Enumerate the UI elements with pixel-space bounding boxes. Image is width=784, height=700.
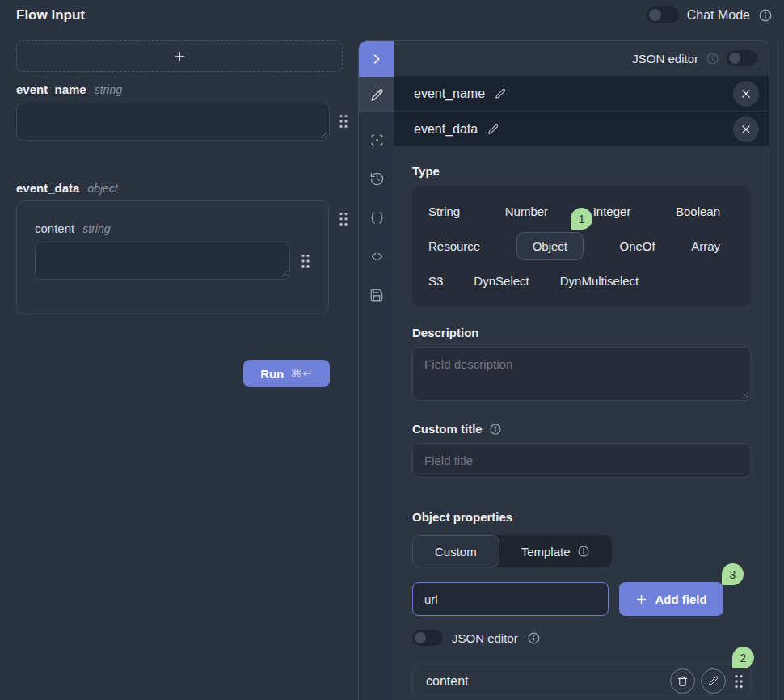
plus-icon xyxy=(635,593,647,605)
new-field-name-input[interactable] xyxy=(412,582,609,616)
schema-row-event-data[interactable]: event_data xyxy=(394,111,769,146)
object-properties-tabs: Custom Template xyxy=(412,535,612,567)
custom-title-input[interactable] xyxy=(412,443,751,478)
type-row: Resource Object 1 OneOf Array xyxy=(428,232,735,260)
close-icon xyxy=(740,124,752,135)
json-editor-label: JSON editor xyxy=(632,52,698,65)
drag-handle-icon[interactable] xyxy=(339,212,348,226)
field-name: event_name xyxy=(16,82,86,96)
save-icon xyxy=(369,288,384,302)
field-label-event-name: event_name string xyxy=(16,82,122,96)
info-icon[interactable] xyxy=(706,52,719,65)
info-icon xyxy=(577,545,590,558)
custom-title-text: Custom title xyxy=(412,422,483,436)
field-editor-panel: JSON editor event_name event_data xyxy=(358,40,769,700)
field-type: object xyxy=(87,182,117,195)
chat-mode-toggle[interactable] xyxy=(647,6,679,23)
info-icon[interactable] xyxy=(758,8,773,23)
edit-tool-button[interactable] xyxy=(359,77,394,112)
type-chip-dynselect[interactable]: DynSelect xyxy=(474,268,529,294)
type-chip-resource[interactable]: Resource xyxy=(428,233,480,259)
description-label: Description xyxy=(412,326,751,339)
content-textarea[interactable] xyxy=(35,242,290,280)
field-type: string xyxy=(95,83,122,96)
scrollbar-track[interactable] xyxy=(778,40,778,700)
field-editor-content: JSON editor event_name event_data xyxy=(394,41,769,700)
plus-icon xyxy=(173,49,187,63)
custom-title-label: Custom title xyxy=(412,422,751,436)
properties-json-editor-toggle[interactable] xyxy=(412,630,443,646)
schema-row-label: event_name xyxy=(414,86,485,101)
type-selector: String Number Integer Boolean Resource O… xyxy=(412,186,751,306)
code-tool-button[interactable] xyxy=(359,237,394,276)
type-chip-string[interactable]: String xyxy=(428,198,460,225)
chat-mode-label: Chat Mode xyxy=(687,8,750,23)
panel-header: JSON editor xyxy=(394,41,769,75)
focus-tool-button[interactable] xyxy=(359,120,394,159)
save-tool-button[interactable] xyxy=(359,276,394,314)
description-placeholder: Field description xyxy=(424,357,512,371)
edit-property-button[interactable] xyxy=(701,668,726,694)
schema-row-label: event_data xyxy=(414,122,478,137)
icon-rail xyxy=(359,41,394,700)
add-field-row: Add field 3 xyxy=(412,582,751,616)
run-button[interactable]: Run ⌘↵ xyxy=(243,360,330,387)
type-row: S3 DynSelect DynMultiselect xyxy=(428,268,735,294)
code-icon xyxy=(369,249,385,264)
field-name: content xyxy=(35,221,74,235)
drag-handle-icon[interactable] xyxy=(734,674,744,689)
pencil-icon[interactable] xyxy=(494,87,507,100)
json-editor-toggle[interactable] xyxy=(727,50,757,66)
trash-icon xyxy=(677,675,689,687)
resize-grip-icon[interactable] xyxy=(319,130,327,138)
add-field-dropzone[interactable] xyxy=(16,40,343,72)
focus-icon xyxy=(369,133,385,148)
close-icon xyxy=(740,88,752,99)
description-textarea[interactable]: Field description xyxy=(412,347,751,401)
event-name-textarea[interactable] xyxy=(16,103,330,141)
type-chip-dynmultiselect[interactable]: DynMultiselect xyxy=(560,268,639,294)
type-chip-boolean[interactable]: Boolean xyxy=(676,198,720,225)
type-chip-array[interactable]: Array xyxy=(691,233,720,259)
remove-field-button[interactable] xyxy=(733,116,759,142)
cmd-enter-shortcut: ⌘↵ xyxy=(290,366,313,381)
properties-json-editor-label: JSON editor xyxy=(452,631,518,645)
pencil-icon xyxy=(369,87,385,103)
annotation-badge-1: 1 xyxy=(571,208,592,230)
pencil-icon[interactable] xyxy=(487,123,499,136)
object-properties-label: Object properties xyxy=(412,510,751,524)
delete-property-button[interactable] xyxy=(670,668,695,694)
resize-grip-icon[interactable] xyxy=(740,390,748,398)
type-section-label: Type xyxy=(412,164,751,178)
tab-custom[interactable]: Custom xyxy=(412,535,499,567)
annotation-badge-2: 2 xyxy=(732,647,754,668)
add-field-label: Add field xyxy=(655,592,706,606)
resize-grip-icon[interactable] xyxy=(280,269,288,277)
type-chip-integer[interactable]: Integer xyxy=(593,198,631,225)
tab-template[interactable]: Template xyxy=(499,535,612,567)
type-chip-label: Object xyxy=(533,239,567,253)
field-label-content: content string xyxy=(35,221,110,235)
type-chip-oneof[interactable]: OneOf xyxy=(620,233,655,259)
history-tool-button[interactable] xyxy=(359,159,394,198)
chevron-right-icon xyxy=(370,53,383,65)
tab-label: Custom xyxy=(435,545,477,559)
properties-json-editor-row: JSON editor xyxy=(412,630,751,646)
collapse-panel-button[interactable] xyxy=(359,41,394,77)
type-chip-number[interactable]: Number xyxy=(505,198,548,225)
event-data-group: content string xyxy=(16,200,329,314)
type-chip-s3[interactable]: S3 xyxy=(428,268,443,294)
info-icon[interactable] xyxy=(527,631,541,645)
info-icon[interactable] xyxy=(489,423,502,436)
schema-row-event-name[interactable]: event_name xyxy=(394,75,769,111)
field-label-event-data: event_data object xyxy=(16,181,118,195)
drag-handle-icon[interactable] xyxy=(339,114,348,129)
property-row-content[interactable]: content 2 xyxy=(412,664,751,698)
page-title: Flow Input xyxy=(16,7,85,23)
remove-field-button[interactable] xyxy=(733,81,759,107)
field-name: event_data xyxy=(16,181,79,195)
type-chip-object[interactable]: Object 1 xyxy=(516,232,584,260)
add-field-button[interactable]: Add field 3 xyxy=(619,582,723,616)
drag-handle-icon[interactable] xyxy=(301,254,310,268)
json-braces-tool-button[interactable] xyxy=(359,198,394,237)
